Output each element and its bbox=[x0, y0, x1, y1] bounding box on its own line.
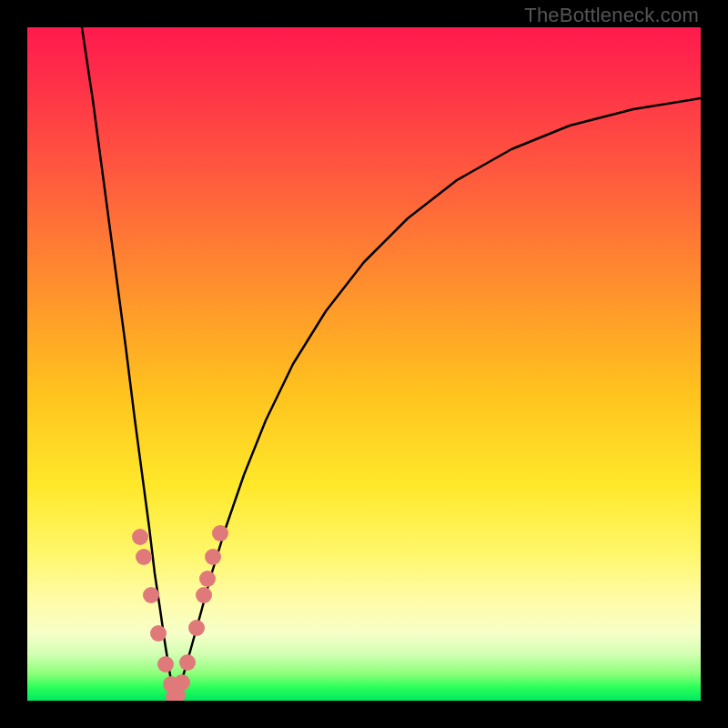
data-marker bbox=[132, 529, 148, 545]
curve-segment bbox=[82, 27, 175, 699]
curve-layer bbox=[82, 27, 701, 699]
data-marker bbox=[196, 587, 212, 603]
site-watermark: TheBottleneck.com bbox=[524, 4, 699, 27]
data-marker bbox=[150, 625, 167, 642]
data-marker bbox=[174, 674, 190, 691]
marker-layer bbox=[132, 525, 228, 701]
data-marker bbox=[157, 656, 174, 672]
data-marker bbox=[212, 525, 228, 541]
data-marker bbox=[143, 587, 159, 603]
data-marker bbox=[179, 654, 196, 671]
data-marker bbox=[188, 620, 205, 636]
chart-frame: TheBottleneck.com bbox=[0, 0, 728, 728]
data-marker bbox=[199, 571, 216, 587]
data-marker bbox=[205, 549, 221, 565]
chart-svg bbox=[27, 27, 701, 701]
plot-area bbox=[27, 27, 701, 701]
curve-segment bbox=[175, 98, 701, 699]
data-marker bbox=[136, 549, 152, 565]
